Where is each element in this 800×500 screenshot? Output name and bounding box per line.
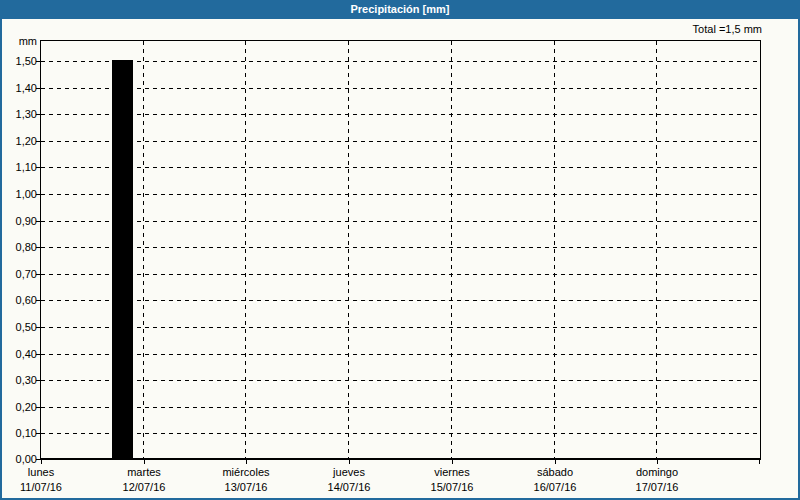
h-gridline <box>41 114 760 115</box>
y-tick-mark <box>36 88 40 89</box>
y-tick-label: 0,40 <box>2 348 37 360</box>
y-tick-mark <box>36 194 40 195</box>
v-gridline <box>348 41 349 458</box>
y-tick-label: 0,90 <box>2 215 37 227</box>
v-gridline <box>451 41 452 458</box>
y-tick-label: 1,30 <box>2 108 37 120</box>
x-tick-mark <box>657 459 658 464</box>
h-gridline <box>41 380 760 381</box>
y-tick-mark <box>36 141 40 142</box>
h-gridline <box>41 300 760 301</box>
h-gridline <box>41 167 760 168</box>
x-day-label: viernes <box>402 466 502 479</box>
y-tick-mark <box>36 327 40 328</box>
x-tick-mark <box>246 459 247 464</box>
y-tick-mark <box>36 300 40 301</box>
x-tick-mark <box>759 459 760 464</box>
y-tick-mark <box>36 380 40 381</box>
x-day-label: jueves <box>299 466 399 479</box>
x-date-label: 16/07/16 <box>505 481 605 494</box>
y-tick-label: 0,00 <box>2 453 37 465</box>
x-tick-mark <box>555 459 556 464</box>
y-axis-unit-label: mm <box>2 35 37 47</box>
y-tick-label: 0,50 <box>2 321 37 333</box>
h-gridline <box>41 274 760 275</box>
v-gridline <box>656 41 657 458</box>
y-tick-label: 0,80 <box>2 241 37 253</box>
chart-title-bar: Precipitación [mm] <box>0 0 800 19</box>
h-gridline <box>41 88 760 89</box>
h-gridline <box>41 354 760 355</box>
x-day-label: lunes <box>0 466 91 479</box>
x-date-label: 13/07/16 <box>196 481 296 494</box>
h-gridline <box>41 194 760 195</box>
x-tick-mark <box>452 459 453 464</box>
x-day-label: martes <box>94 466 194 479</box>
v-gridline <box>143 41 144 458</box>
precipitation-bar <box>112 60 133 459</box>
y-tick-label: 0,10 <box>2 427 37 439</box>
y-tick-mark <box>36 167 40 168</box>
y-tick-label: 0,60 <box>2 294 37 306</box>
y-tick-label: 1,40 <box>2 82 37 94</box>
x-day-label: domingo <box>607 466 707 479</box>
x-day-label: sábado <box>505 466 605 479</box>
chart-title: Precipitación [mm] <box>350 3 449 15</box>
y-tick-label: 1,20 <box>2 135 37 147</box>
h-gridline <box>41 141 760 142</box>
y-tick-mark <box>36 274 40 275</box>
h-gridline <box>41 221 760 222</box>
y-tick-mark <box>36 459 40 460</box>
x-date-label: 14/07/16 <box>299 481 399 494</box>
y-tick-mark <box>36 247 40 248</box>
y-tick-mark <box>36 114 40 115</box>
y-tick-label: 0,70 <box>2 268 37 280</box>
y-tick-mark <box>36 407 40 408</box>
plot-area <box>40 40 761 460</box>
y-tick-mark <box>36 221 40 222</box>
h-gridline <box>41 433 760 434</box>
y-tick-label: 1,50 <box>2 55 37 67</box>
y-tick-mark <box>36 354 40 355</box>
x-date-label: 17/07/16 <box>607 481 707 494</box>
y-tick-mark <box>36 433 40 434</box>
h-gridline <box>41 407 760 408</box>
v-gridline <box>245 41 246 458</box>
x-tick-mark <box>144 459 145 464</box>
x-date-label: 15/07/16 <box>402 481 502 494</box>
x-tick-mark <box>349 459 350 464</box>
total-label: Total =1,5 mm <box>693 23 762 36</box>
y-tick-label: 1,00 <box>2 188 37 200</box>
x-date-label: 12/07/16 <box>94 481 194 494</box>
y-tick-label: 1,10 <box>2 161 37 173</box>
h-gridline <box>41 247 760 248</box>
h-gridline <box>41 61 760 62</box>
y-tick-mark <box>36 61 40 62</box>
x-date-label: 11/07/16 <box>0 481 91 494</box>
h-gridline <box>41 327 760 328</box>
y-tick-label: 0,30 <box>2 374 37 386</box>
x-day-label: miércoles <box>196 466 296 479</box>
x-tick-mark <box>41 459 42 464</box>
y-tick-label: 0,20 <box>2 401 37 413</box>
chart-window: Precipitación [mm] Total =1,5 mm mm 1,50… <box>0 0 800 500</box>
v-gridline <box>554 41 555 458</box>
